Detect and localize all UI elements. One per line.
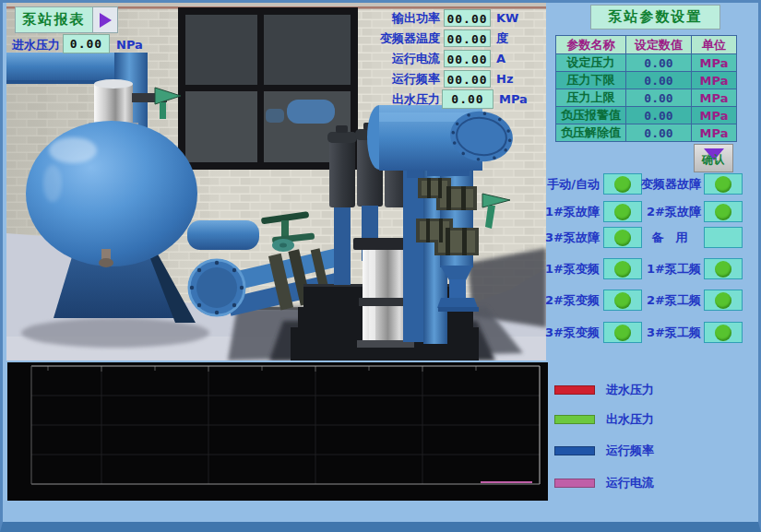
status-label-pump2-fault: 2#泵故障 — [638, 205, 701, 219]
legend-swatch-running-current — [554, 479, 595, 488]
lamp-circle — [614, 261, 631, 278]
report-button-label: 泵站报表 — [16, 7, 92, 32]
report-arrow-box — [92, 7, 117, 32]
report-button[interactable]: 泵站报表 — [15, 6, 118, 33]
param-value[interactable]: 0.00 — [626, 54, 691, 71]
status-label-pump2-mains: 2#泵工频 — [638, 293, 701, 308]
readout-label-power: 输出功率 — [372, 11, 440, 26]
lamp-circle — [614, 325, 631, 341]
pressure-tank — [26, 121, 197, 267]
axis-ticks — [48, 366, 476, 372]
outlet-pressure-label: 出水压力 — [372, 92, 440, 107]
status-label-manual-auto: 手动/自动 — [539, 177, 600, 192]
status-label-vfd-fault: 变频器故障 — [638, 177, 701, 192]
lamp-pump2-fault — [704, 201, 743, 222]
param-unit: MPa — [692, 89, 736, 106]
lamp-pump2-mains — [704, 290, 743, 311]
readout-label-frequency: 运行频率 — [372, 72, 440, 87]
status-label-pump3-vfd: 3#泵变频 — [539, 325, 600, 340]
play-icon — [100, 13, 112, 28]
legend-label-running-frequency: 运行频率 — [606, 443, 654, 458]
trend-chart — [7, 362, 548, 501]
readout-value-current: 00.00 — [444, 50, 491, 67]
param-name: 负压解除值 — [556, 124, 625, 141]
readout-value-frequency: 00.00 — [444, 70, 491, 88]
param-unit: MPa — [692, 72, 736, 89]
readout-value-vfd-temp: 00.00 — [444, 30, 491, 47]
lamp-circle — [715, 292, 731, 309]
lamp-circle — [614, 176, 631, 193]
legend-label-running-current: 运行电流 — [606, 476, 654, 491]
lamp-pump1-fault — [603, 201, 642, 222]
lamp-manual-auto[interactable] — [603, 173, 642, 195]
lamp-pump1-mains — [704, 258, 743, 279]
outlet-pressure-unit: MPa — [499, 92, 528, 107]
readout-unit-vfd-temp: 度 — [496, 31, 508, 46]
param-unit: MPa — [692, 124, 736, 141]
window-reflection — [287, 100, 335, 124]
lamp-spare-empty — [704, 227, 743, 248]
param-name: 压力上限 — [556, 89, 625, 106]
status-label-spare: 备 用 — [638, 231, 701, 245]
legend-label-outlet-pressure: 出水压力 — [606, 412, 654, 427]
confirm-button-label: 确认 — [702, 152, 726, 168]
param-unit: MPa — [692, 107, 736, 124]
readout-label-current: 运行电流 — [372, 52, 440, 66]
lamp-circle — [715, 204, 731, 220]
param-value[interactable]: 0.00 — [626, 124, 691, 141]
confirm-button[interactable]: 确认 — [694, 144, 733, 172]
param-value[interactable]: 0.00 — [626, 89, 691, 106]
readout-label-vfd-temp: 变频器温度 — [372, 31, 440, 46]
lamp-circle — [715, 325, 731, 341]
status-label-pump2-vfd: 2#泵变频 — [539, 293, 600, 308]
status-label-pump1-mains: 1#泵工频 — [638, 262, 701, 277]
param-name: 负压报警值 — [556, 107, 625, 124]
col-header-unit: 单位 — [692, 36, 736, 53]
settings-title: 泵站参数设置 — [590, 5, 720, 30]
inlet-pressure-value: 0.00 — [63, 34, 110, 53]
readout-unit-current: A — [496, 52, 505, 66]
inlet-pressure-label: 进水压力 — [12, 38, 60, 53]
param-value[interactable]: 0.00 — [626, 107, 691, 124]
lamp-circle — [614, 292, 631, 309]
legend-swatch-outlet-pressure — [554, 415, 595, 424]
lamp-vfd-fault — [704, 173, 743, 195]
param-value[interactable]: 0.00 — [626, 72, 691, 89]
inlet-pressure-unit: NPa — [116, 38, 143, 53]
readout-unit-frequency: Hz — [496, 72, 513, 87]
lamp-circle — [715, 176, 731, 193]
status-label-pump3-fault: 3#泵故障 — [539, 231, 600, 245]
lamp-circle — [614, 204, 631, 220]
status-label-pump1-vfd: 1#泵变频 — [539, 262, 600, 277]
lamp-circle — [614, 230, 631, 246]
param-name: 压力下限 — [556, 72, 625, 89]
lamp-pump1-vfd — [603, 258, 642, 279]
hmi-pump-station-screen: 泵站报表 进水压力 0.00 NPa 输出功率 00.00 KW 变频器温度 0… — [0, 0, 761, 532]
readout-unit-power: KW — [496, 11, 518, 26]
col-header-setvalue: 设定数值 — [626, 36, 691, 53]
lamp-circle — [715, 261, 731, 278]
legend-swatch-running-frequency — [554, 446, 595, 455]
lamp-pump3-mains — [704, 322, 743, 343]
flanged-end-cap — [188, 259, 245, 316]
lamp-pump2-vfd — [603, 290, 642, 311]
param-unit: MPa — [692, 54, 736, 71]
lamp-pump3-fault — [603, 227, 642, 248]
lamp-pump3-vfd — [603, 322, 642, 343]
param-name: 设定压力 — [556, 54, 625, 71]
readout-value-power: 00.00 — [444, 9, 491, 27]
trend-chart-plot — [7, 362, 548, 501]
status-label-pump1-fault: 1#泵故障 — [539, 205, 600, 219]
settings-table: 参数名称 设定数值 单位 设定压力 0.00 MPa 压力下限 0.00 MPa… — [555, 35, 737, 142]
col-header-name: 参数名称 — [556, 36, 625, 53]
legend-label-inlet-pressure: 进水压力 — [606, 383, 654, 397]
outlet-pressure-value: 0.00 — [442, 89, 493, 109]
status-label-pump3-mains: 3#泵工频 — [638, 325, 701, 340]
legend-swatch-inlet-pressure — [554, 385, 595, 395]
